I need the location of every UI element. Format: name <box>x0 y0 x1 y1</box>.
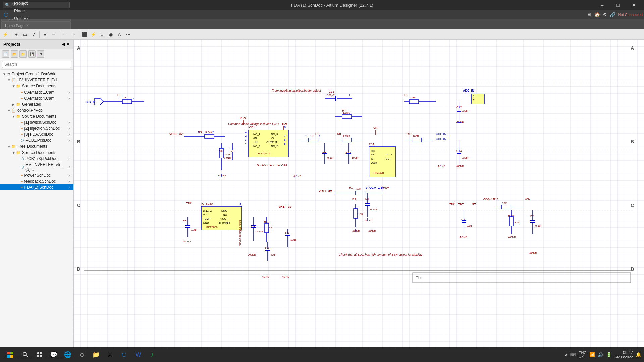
chevron-up-icon[interactable]: ∧ <box>565 352 568 357</box>
main-area: Projects ◀ ✕ 📄 📂 📁 💾 ⚙ ▼🗂Project Group 1… <box>0 40 644 353</box>
svg-text:1: 1 <box>305 135 307 138</box>
tree-item-0[interactable]: ▼🗂Project Group 1.DsnWrk <box>0 71 73 77</box>
rect-tool[interactable]: ▭ <box>21 31 29 39</box>
minimize-button[interactable]: – <box>595 0 610 10</box>
wire-tool[interactable]: ─ <box>50 31 58 39</box>
tree-label-11: PCB1.PcbDoc <box>25 138 67 143</box>
tree-item-17[interactable]: ≡feedback.SchDoc↗ <box>0 178 73 184</box>
svg-text:1R: 1R <box>269 227 272 230</box>
close-button[interactable]: ✕ <box>626 0 641 10</box>
tree-item-8[interactable]: ≡[1] switch.SchDoc↗ <box>0 119 73 125</box>
svg-text:0.1uF: 0.1uF <box>467 224 474 227</box>
tab-8[interactable]: Home Page✕ <box>1 21 71 29</box>
wave-tool[interactable]: 〜 <box>124 31 132 39</box>
app-icon: ⬡ <box>2 11 10 18</box>
gnd-tool[interactable]: ⏚ <box>98 31 106 39</box>
text-tool[interactable]: A <box>115 31 123 39</box>
tab-close-8[interactable]: ✕ <box>26 24 29 27</box>
dell-taskbar-btn[interactable]: ⊙ <box>76 349 88 361</box>
open-btn[interactable]: 📂 <box>11 50 18 58</box>
tree-item-6[interactable]: ▼📋control.PrjPcb <box>0 107 73 113</box>
game-taskbar-btn[interactable]: ⚔ <box>104 349 116 361</box>
svg-text:REF5030: REF5030 <box>206 226 218 229</box>
settings-btn[interactable]: ⚙ <box>37 50 44 58</box>
line-tool[interactable]: ╱ <box>30 31 38 39</box>
tree-item-13[interactable]: ▼📁Source Documents <box>0 149 73 156</box>
svg-rect-266 <box>40 352 42 354</box>
tree-item-10[interactable]: ≡[3] FDA.SchDoc↗ <box>0 131 73 137</box>
tree-item-4[interactable]: ≡CAMtastic4.Cam↗ <box>0 95 73 101</box>
notification-icon[interactable]: 🔔 <box>636 352 641 357</box>
files-taskbar-btn[interactable] <box>34 349 46 361</box>
circle-tool[interactable]: ◉ <box>107 31 115 39</box>
tree-icon-2: 📁 <box>16 84 21 88</box>
tree-icon-8: ≡ <box>21 120 23 124</box>
svg-rect-91 <box>342 138 352 142</box>
tree-item-5[interactable]: ▶📁Generated <box>0 101 73 107</box>
tree-item-7[interactable]: ▼📁Source Documents <box>0 113 73 119</box>
bus-tool[interactable]: ≡ <box>41 31 49 39</box>
tree-search-input[interactable] <box>2 61 71 68</box>
titlebar: 🔍 FDA (1).SchDoc - Altium Designer (22.7… <box>0 0 644 10</box>
menu-item-project[interactable]: Project <box>11 0 33 7</box>
search-taskbar-btn[interactable] <box>19 349 32 361</box>
maximize-button[interactable]: □ <box>610 0 626 10</box>
svg-text:Title: Title <box>416 276 422 280</box>
svg-text:VS-: VS- <box>525 198 530 201</box>
tree-item-16[interactable]: ≡Power.SchDoc↗ <box>0 172 73 178</box>
power-tool[interactable]: ⚡ <box>89 31 97 39</box>
svg-text:C3: C3 <box>183 220 187 223</box>
component-tool[interactable]: ⬛ <box>80 31 89 39</box>
project-tree[interactable]: ▼🗂Project Group 1.DsnWrk▼📋HV_INVERTER.Pr… <box>0 70 73 353</box>
word-taskbar-btn[interactable]: W <box>132 349 144 361</box>
tree-item-9[interactable]: ≡[2] injection.SchDoc↗ <box>0 125 73 131</box>
panel-title: Projects <box>3 42 20 47</box>
svg-text:+5V: +5V <box>282 122 287 126</box>
teams-taskbar-btn[interactable]: 💬 <box>48 349 60 361</box>
svg-marker-6 <box>95 98 103 105</box>
svg-text:VOC4: VOC4 <box>371 162 377 164</box>
tree-label-5: Generated <box>22 102 71 107</box>
altium-taskbar-btn[interactable]: ⬡ <box>118 349 130 361</box>
menu-item-place[interactable]: Place <box>11 7 33 15</box>
open-folder-btn[interactable]: 📁 <box>19 50 27 58</box>
edge-taskbar-btn[interactable]: 🌐 <box>62 349 74 361</box>
search-icon: 🔍 <box>5 3 10 7</box>
svg-rect-11 <box>122 100 132 104</box>
battery-icon: 🔋 <box>606 352 612 357</box>
tree-arrow-12: ▼ <box>7 145 11 148</box>
tree-item-12[interactable]: ▼📁Free Documents <box>0 143 73 149</box>
arrow-right[interactable]: → <box>69 31 77 39</box>
filter-tool[interactable]: ⚡ <box>1 31 9 39</box>
tree-label-13: Source Documents <box>22 150 71 155</box>
tree-item-3[interactable]: ≡CAMtastic1.Cam↗ <box>0 89 73 95</box>
panel-expand-icon[interactable]: ◀ <box>62 42 65 47</box>
svg-text:NIC: NIC <box>371 150 375 152</box>
svg-text:VOUT: VOUT <box>220 217 228 220</box>
svg-text:2.5V: 2.5V <box>240 116 246 120</box>
folder-taskbar-btn[interactable]: 📁 <box>90 349 102 361</box>
tree-item-1[interactable]: ▼📋HV_INVERTER.PrjPcb <box>0 77 73 83</box>
tree-item-11[interactable]: ⬡PCB1.PcbDoc↗ <box>0 137 73 143</box>
panel-close-icon[interactable]: ✕ <box>66 42 70 47</box>
tree-item-2[interactable]: ▼📁Source Documents <box>0 83 73 89</box>
svg-point-263 <box>23 352 26 356</box>
save-btn[interactable]: 💾 <box>28 50 36 58</box>
tree-item-18[interactable]: ≡FDA (1).SchDoc↗ <box>0 184 73 190</box>
tree-item-14[interactable]: ⬡PCB1 (3).PcbDoc↗ <box>0 156 73 162</box>
tree-icon-15: ⬡ <box>21 165 24 169</box>
svg-text:330pF: 330pF <box>462 109 469 112</box>
new-doc-btn[interactable]: 📄 <box>2 50 9 58</box>
clock-area[interactable]: 09:47 24/08/2022 <box>614 350 633 359</box>
arrow-left[interactable]: ← <box>61 31 69 39</box>
add-tool[interactable]: + <box>12 31 20 39</box>
tree-label-7: Source Documents <box>22 114 71 119</box>
clock-time: 09:47 <box>614 350 633 355</box>
schematic-area[interactable]: A A B B C C D D <box>74 40 644 353</box>
tree-icon-1: 📋 <box>11 78 16 82</box>
spotify-taskbar-btn[interactable]: ♪ <box>146 349 158 361</box>
start-button[interactable] <box>3 347 17 362</box>
schematic-svg: A A B B C C D D <box>74 40 644 353</box>
svg-text:From inverting amplifier/buffe: From inverting amplifier/buffer output <box>272 89 321 92</box>
tree-item-15[interactable]: ⬡HV_INVERTER_v5_ (3)...↗ <box>0 162 73 172</box>
